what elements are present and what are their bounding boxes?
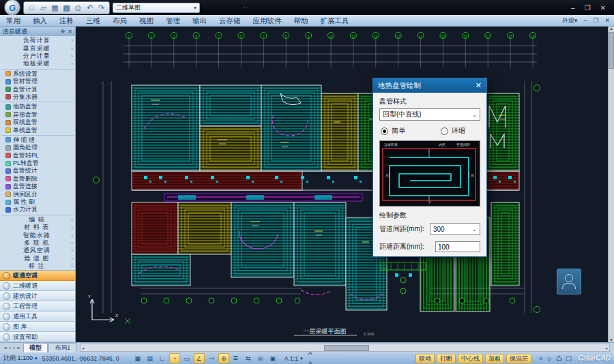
- status-toggle-6[interactable]: ⊣: [206, 353, 217, 363]
- sidebar-item[interactable]: 分集水器: [0, 93, 75, 101]
- tab-布局1[interactable]: 布局1: [48, 343, 76, 352]
- sidebar-item[interactable]: 水力计算: [0, 206, 75, 213]
- scroll-right-icon[interactable]: ▸: [606, 346, 608, 350]
- appearance-menu[interactable]: 外观▾: [562, 16, 578, 25]
- radio-simple[interactable]: 简单: [381, 126, 405, 136]
- status-toggle-3[interactable]: ◔: [169, 353, 180, 363]
- customer-support-icon[interactable]: [557, 269, 581, 294]
- scroll-left-icon[interactable]: ◂: [82, 346, 84, 350]
- undo-icon[interactable]: ↶: [85, 4, 94, 12]
- open-file-icon[interactable]: ▱: [39, 4, 48, 12]
- vertical-scrollbar[interactable]: ▲ ▼: [608, 27, 614, 342]
- floor-coil-icon: [5, 104, 11, 110]
- hvac-toggle-2[interactable]: 中心线: [458, 354, 483, 363]
- menu-tab-1[interactable]: 插入: [27, 15, 53, 26]
- status-toggle-9[interactable]: ⇆: [243, 353, 254, 363]
- menu-tab-10[interactable]: 帮助: [288, 15, 315, 26]
- sidebar-nav-item[interactable]: 通用工具: [0, 312, 75, 322]
- doc-close-button[interactable]: ✕: [604, 17, 610, 24]
- horizontal-scrollbar[interactable]: ◂ ▸: [80, 344, 610, 352]
- scale-control[interactable]: 比例 1:100 ▾: [3, 354, 38, 363]
- status-right-icon-1[interactable]: ☼: [546, 354, 553, 363]
- sidebar-item[interactable]: 地板采暖›: [0, 60, 75, 67]
- palette-close-icon[interactable]: ✕: [68, 29, 72, 35]
- status-toggle-2[interactable]: ∟: [157, 353, 168, 363]
- status-toggle-10[interactable]: ◎: [255, 353, 266, 363]
- annotation-icon[interactable]: A: [305, 359, 316, 364]
- menu-tab-3[interactable]: 三维: [80, 15, 106, 26]
- plan-scale: 1:100: [364, 332, 375, 336]
- sidebar-nav-item[interactable]: 工程管理: [0, 301, 75, 312]
- svg-text:10: 10: [329, 34, 333, 38]
- architecture-icon: [3, 292, 10, 300]
- hvac-toggle-1[interactable]: 打断: [437, 354, 456, 363]
- save-icon[interactable]: ▦: [50, 4, 59, 12]
- scroll-up-icon[interactable]: ▲: [609, 27, 613, 31]
- menu-tab-7[interactable]: 输出: [186, 15, 213, 26]
- doc-minimize-button[interactable]: –: [583, 17, 587, 24]
- tab-nav-icon[interactable]: ›: [13, 345, 15, 351]
- status-toggle-7[interactable]: ⊕: [218, 353, 229, 363]
- minimize-button[interactable]: –: [571, 4, 575, 12]
- floor-plan-drawing: 12345678910111213141516171819: [76, 27, 609, 342]
- maximize-button[interactable]: ❐: [585, 4, 591, 12]
- status-toggle-0[interactable]: ▦: [132, 353, 143, 363]
- wall-distance-input[interactable]: [435, 241, 480, 252]
- tab-nav-icon[interactable]: ‹: [9, 345, 11, 351]
- gstarcad-window: G □▱▦▩⎙↶↷ 二维草图 ▾ ·· – ❐ ✕ 常用插入注释三维布局视图管理…: [0, 0, 614, 364]
- app-logo-icon[interactable]: G: [4, 0, 20, 16]
- hvac-toggle-0[interactable]: 联动: [415, 354, 435, 363]
- svg-text:16: 16: [464, 34, 468, 38]
- hvac-toggle-3[interactable]: 加粗: [485, 354, 504, 363]
- svg-text:14: 14: [419, 34, 423, 38]
- doc-restore-button[interactable]: ❐: [593, 17, 598, 24]
- svg-text:9: 9: [308, 34, 310, 38]
- hvac-toggle-4[interactable]: 保温层: [506, 354, 531, 363]
- tab-nav-icon[interactable]: «: [4, 345, 7, 351]
- workspace-select[interactable]: 二维草图 ▾: [113, 3, 200, 13]
- menu-tab-4[interactable]: 布局: [106, 15, 133, 26]
- menu-tab-8[interactable]: 云存储: [213, 15, 247, 26]
- menu-tab-0[interactable]: 常用: [0, 15, 27, 26]
- sidebar-nav-item[interactable]: 建筑设计: [0, 291, 75, 301]
- status-toggle-5[interactable]: ∠: [194, 353, 205, 363]
- menu-tab-2[interactable]: 注释: [53, 15, 80, 26]
- redo-icon[interactable]: ↷: [97, 4, 106, 12]
- tab-nav-icon[interactable]: »: [17, 345, 20, 351]
- pin-icon[interactable]: ✜: [61, 29, 65, 35]
- dialog-titlebar[interactable]: 地热盘管绘制 ✕: [373, 78, 486, 93]
- sidebar-nav-item[interactable]: 暖通空调: [0, 271, 75, 281]
- pipe-spacing-select[interactable]: 300 ⌄: [430, 223, 480, 235]
- brand-logo: GstarCAD: [578, 354, 611, 362]
- save-as-icon[interactable]: ▩: [62, 4, 71, 12]
- coil-style-select[interactable]: 回型(中直线) ⌄: [379, 108, 480, 121]
- drawing-area[interactable]: 12345678910111213141516171819: [76, 27, 614, 342]
- status-toggle-1[interactable]: ▤: [145, 353, 156, 363]
- sidebar-nav-item[interactable]: 二维暖通: [0, 281, 75, 291]
- dialog-close-icon[interactable]: ✕: [476, 81, 482, 90]
- sidebar-nav-item[interactable]: 设置帮助: [0, 332, 75, 342]
- sidebar-item[interactable]: 单线盘管: [0, 126, 75, 134]
- scroll-down-icon[interactable]: ▼: [609, 338, 613, 342]
- status-right-icon-2[interactable]: ♺: [556, 354, 562, 363]
- sidebar-nav-item[interactable]: 图 库: [0, 322, 75, 332]
- close-button[interactable]: ✕: [600, 4, 606, 12]
- status-toggle-8[interactable]: 〓: [231, 353, 242, 363]
- radio-detailed[interactable]: 详细: [441, 126, 465, 136]
- menu-tab-5[interactable]: 视图: [133, 15, 160, 26]
- svg-text:6: 6: [240, 34, 242, 38]
- new-file-icon[interactable]: □: [27, 4, 36, 12]
- tab-模型[interactable]: 模型: [23, 343, 48, 352]
- menu-tab-6[interactable]: 管理: [160, 15, 186, 26]
- coil-preview-image: 边缘距离 内区 管道间距 左 右 下: [379, 140, 480, 207]
- vertical-scroll-thumb[interactable]: [609, 32, 614, 69]
- menu-tab-11[interactable]: 扩展工具: [315, 15, 355, 26]
- status-toggle-4[interactable]: ▭: [181, 353, 192, 363]
- horizontal-scroll-thumb[interactable]: [324, 345, 369, 351]
- sidebar-item[interactable]: 标 注›: [0, 262, 75, 270]
- status-right-icon-0[interactable]: ⌗: [539, 354, 543, 363]
- status-toggle-11[interactable]: ▣: [267, 353, 278, 363]
- menu-tab-9[interactable]: 应用软件: [247, 15, 288, 26]
- print-icon[interactable]: ⎙: [74, 4, 83, 12]
- status-right-icon-3[interactable]: ▢: [566, 354, 572, 363]
